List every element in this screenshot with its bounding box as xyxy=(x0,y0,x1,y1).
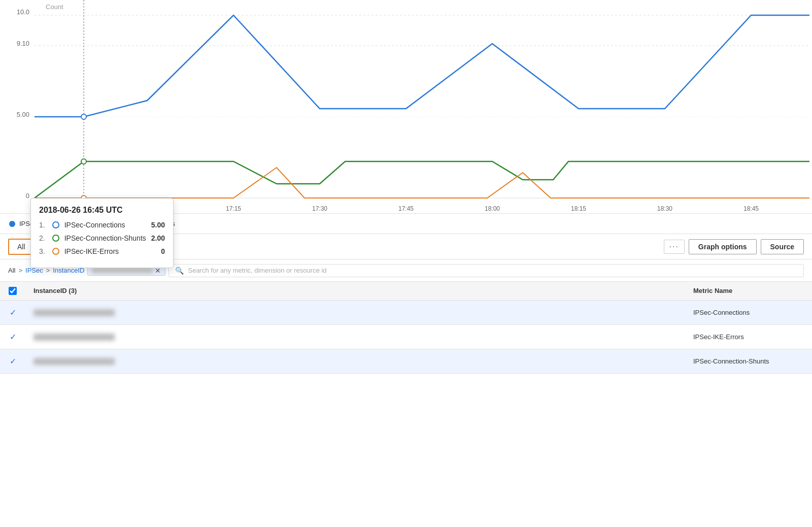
source-button[interactable]: Source xyxy=(761,239,804,254)
checkmark-icon-3: ✓ xyxy=(10,356,16,366)
tooltip-value-errors: 0 xyxy=(161,247,165,255)
tooltip-num-1: 1. xyxy=(39,221,45,229)
tooltip-row-1: 1. IPSec-Connections 5.00 xyxy=(39,221,165,229)
blurred-instanceid-2 xyxy=(33,334,115,341)
search-placeholder: Search for any metric, dimension or reso… xyxy=(188,267,326,274)
td-metric-1: IPSec-Connections xyxy=(685,308,812,317)
th-metricname: Metric Name xyxy=(685,287,812,295)
y-label-5: 5.00 xyxy=(17,111,29,118)
tooltip-value-connections: 5.00 xyxy=(151,221,165,229)
graph-options-button[interactable]: Graph options xyxy=(689,239,757,254)
search-box[interactable]: 🔍 Search for any metric, dimension or re… xyxy=(168,264,804,277)
metrics-table: InstanceID (3) Metric Name ✓ IPSec-Conne… xyxy=(0,282,812,527)
breadcrumb-all[interactable]: All xyxy=(8,267,15,274)
y-label-9: 9.10 xyxy=(17,40,29,47)
tooltip-row-2: 2. IPSec-Connection-Shunts 2.00 xyxy=(39,234,165,242)
th-check xyxy=(0,287,25,295)
legend-dot-blue-icon xyxy=(8,220,16,228)
td-check-3: ✓ xyxy=(0,356,25,366)
td-check-2: ✓ xyxy=(0,332,25,342)
blurred-instanceid-1 xyxy=(33,309,115,316)
select-all-checkbox[interactable] xyxy=(9,287,17,295)
tooltip-num-2: 2. xyxy=(39,234,45,242)
th-instanceid: InstanceID (3) xyxy=(25,287,685,295)
tooltip-label-errors: IPSec-IKE-Errors xyxy=(64,247,119,255)
checkmark-icon-2: ✓ xyxy=(10,332,16,342)
more-options-button[interactable]: ··· xyxy=(664,240,685,254)
search-icon: 🔍 xyxy=(175,267,184,275)
table-row[interactable]: ✓ IPSec-Connection-Shunts xyxy=(0,349,812,374)
table-row[interactable]: ✓ IPSec-IKE-Errors xyxy=(0,325,812,349)
td-metric-3: IPSec-Connection-Shunts xyxy=(685,356,812,366)
svg-text:17:30: 17:30 xyxy=(312,205,327,212)
svg-text:17:15: 17:15 xyxy=(226,205,241,212)
chart-container: 10.0 9.10 5.00 0 Count 06-26 16:45 06-26… xyxy=(0,0,812,214)
svg-text:18:00: 18:00 xyxy=(485,205,500,212)
tooltip-value-shunts: 2.00 xyxy=(151,234,165,242)
td-instanceid-1 xyxy=(25,308,685,317)
tooltip-dot-shunts xyxy=(52,235,59,242)
chart-tooltip: 2018-06-26 16:45 UTC 1. IPSec-Connection… xyxy=(30,198,174,268)
tooltip-dot-connections xyxy=(52,221,59,228)
tooltip-num-3: 3. xyxy=(39,247,45,255)
td-instanceid-2 xyxy=(25,332,685,342)
td-instanceid-3 xyxy=(25,356,685,366)
svg-text:18:30: 18:30 xyxy=(657,205,672,212)
chart-svg: 10.0 9.10 5.00 0 Count 06-26 16:45 06-26… xyxy=(0,0,812,213)
tooltip-row-3: 3. IPSec-IKE-Errors 0 xyxy=(39,247,165,255)
tooltip-title: 2018-06-26 16:45 UTC xyxy=(39,206,165,215)
td-metric-2: IPSec-IKE-Errors xyxy=(685,332,812,342)
checkmark-icon-1: ✓ xyxy=(10,308,16,317)
instance-tag-text xyxy=(92,268,153,274)
table-header: InstanceID (3) Metric Name xyxy=(0,282,812,301)
svg-point-18 xyxy=(81,114,86,119)
table-row[interactable]: ✓ IPSec-Connections xyxy=(0,301,812,325)
y-label-10: 10.0 xyxy=(17,8,29,16)
svg-point-19 xyxy=(81,159,86,164)
tooltip-label-shunts: IPSec-Connection-Shunts xyxy=(64,234,146,242)
tooltip-dot-errors xyxy=(52,248,59,255)
y-label-0: 0 xyxy=(26,192,29,200)
blurred-instanceid-3 xyxy=(33,358,115,365)
svg-text:18:15: 18:15 xyxy=(571,205,586,212)
svg-text:17:45: 17:45 xyxy=(398,205,414,212)
svg-text:18:45: 18:45 xyxy=(743,205,759,212)
y-axis-title: Count xyxy=(46,3,63,11)
tooltip-label-connections: IPSec-Connections xyxy=(64,221,125,229)
breadcrumb-sep-1: > xyxy=(18,267,22,274)
svg-point-21 xyxy=(9,221,15,227)
td-check-1: ✓ xyxy=(0,308,25,317)
